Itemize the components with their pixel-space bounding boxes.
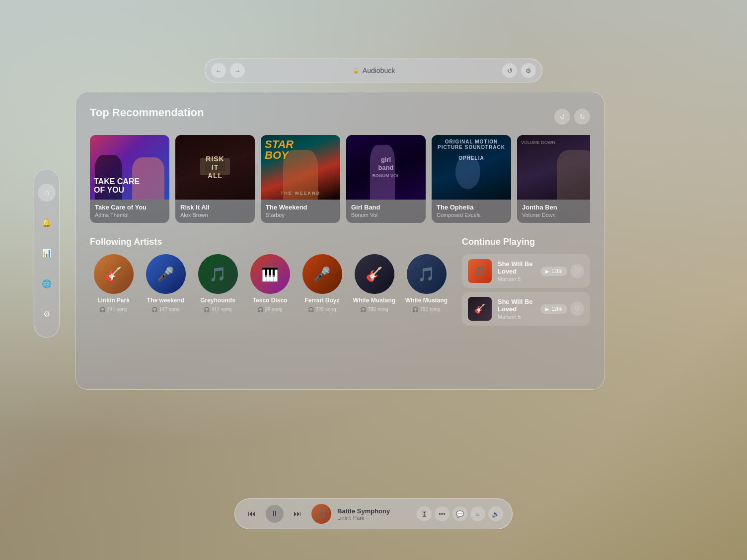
artist-name: Ferrari Boyz (304, 297, 339, 304)
continue-actions: ▶ 120k ♡ (540, 302, 584, 316)
artist-avatar-ferrari: 🎤 (302, 254, 342, 294)
bottom-section: Following Artists 🎸 Linkin Park 🎧 241 so… (90, 237, 590, 330)
following-artists-section: Following Artists 🎸 Linkin Park 🎧 241 so… (90, 237, 450, 330)
artist-name: White Mustang (353, 297, 395, 304)
player-thumbnail: 🎵 (311, 504, 331, 524)
sidebar-item-notifications[interactable]: 🔔 (38, 214, 56, 232)
lyrics-button[interactable]: 💬 (452, 506, 467, 521)
album-card[interactable]: ORIGINAL MOTION PICTURE SOUNDTRACKOPHELI… (432, 135, 511, 223)
continue-actions: ▶ 120k ♡ (540, 264, 584, 278)
artist-avatar-tesco: 🎹 (250, 254, 290, 294)
continue-card: 🎵 She Will Be Loved Maroon 5 ▶ 120k ♡ (462, 254, 590, 288)
album-artist: Composed Excels (437, 212, 506, 218)
album-card[interactable]: VOLUME DOWN Jontha Ben Volume Down (517, 135, 590, 223)
artist-item[interactable]: 🎸 White Mustang 🎧 780 song (351, 254, 398, 312)
album-artist: Bonum Vol (351, 212, 421, 218)
artist-name: The weekend (147, 297, 184, 304)
player-info: Battle Symphony Linkin Park (337, 507, 411, 521)
player-actions: 🎛 ••• 💬 ≡ 🔊 (417, 506, 503, 521)
artist-item[interactable]: 🎸 Linkin Park 🎧 241 song (90, 254, 137, 312)
forward-nav-button[interactable]: ↻ (574, 109, 590, 125)
album-card[interactable]: girlbandBONUM VOL Girl Band Bonum Vol (346, 135, 426, 223)
play-icon: ▶ (545, 306, 549, 312)
pause-button[interactable]: ⏸ (266, 505, 284, 523)
album-art-ophelia: ORIGINAL MOTION PICTURE SOUNDTRACKOPHELI… (432, 135, 511, 200)
artist-item[interactable]: 🎤 The weekend 🎧 147 song (142, 254, 189, 312)
back-nav-button[interactable]: ↺ (554, 109, 570, 125)
album-card[interactable]: STARBOY THE WEEKND The Weekend Starboy (261, 135, 340, 223)
risk-text-overlay: RISK ITALL (206, 155, 224, 180)
url-text: Audiobuck (363, 67, 395, 74)
continue-play-button[interactable]: ▶ 120k (540, 267, 567, 276)
artist-name: Greyhounds (200, 297, 235, 304)
headphone-icon: 🎧 (412, 307, 418, 312)
next-button[interactable]: ⏭ (290, 506, 305, 522)
following-artists-title: Following Artists (90, 237, 450, 247)
continue-play-button[interactable]: ▶ 120k (540, 304, 567, 314)
headphone-icon: 🎧 (308, 307, 314, 312)
starboy-text-overlay: STARBOY (265, 139, 294, 161)
lock-icon: 🔒 (352, 67, 360, 74)
back-button[interactable]: ← (211, 63, 226, 78)
prev-button[interactable]: ⏮ (244, 506, 260, 522)
volume-button[interactable]: 🔊 (488, 506, 503, 521)
album-title: Girl Band (351, 204, 421, 211)
album-title: The Ophelia (437, 204, 506, 211)
artist-item[interactable]: 🎹 Tesco Disco 🎧 29 song (246, 254, 294, 312)
album-info: Jontha Ben Volume Down (517, 200, 590, 223)
album-artist: Adina Thembi (95, 212, 164, 218)
sidebar-item-home[interactable]: ⌂ (38, 184, 56, 202)
settings-button[interactable]: ⚙ (521, 63, 536, 78)
album-info: Risk It All Alex Brown (175, 200, 255, 223)
app-window: Top Recommendation ↺ ↻ Take Careof You T… (75, 92, 604, 390)
play-icon: ▶ (545, 269, 549, 274)
album-art-girlband: girlbandBONUM VOL (346, 135, 426, 200)
continue-heart-button[interactable]: ♡ (570, 302, 584, 316)
artists-row: 🎸 Linkin Park 🎧 241 song 🎤 The weekend 🎧 (90, 254, 450, 312)
player-title: Battle Symphony (337, 507, 411, 515)
sidebar-item-stats[interactable]: 📊 (38, 244, 56, 262)
album-card[interactable]: Take Careof You Take Care of You Adina T… (90, 135, 169, 223)
equalizer-button[interactable]: 🎛 (417, 506, 432, 521)
reload-button[interactable]: ↺ (502, 63, 517, 78)
continue-title: She Will Be Loved (498, 260, 534, 275)
album-info: The Weekend Starboy (261, 200, 340, 223)
continue-artist: Maroon 5 (498, 314, 534, 320)
url-bar[interactable]: 🔒 Audiobuck (249, 67, 498, 74)
album-info: Take Care of You Adina Thembi (90, 200, 169, 223)
top-rec-title: Top Recommendation (90, 106, 204, 119)
artist-avatar-greyhounds: 🎵 (198, 254, 238, 294)
player-bar: ⏮ ⏸ ⏭ 🎵 Battle Symphony Linkin Park 🎛 ••… (234, 498, 513, 529)
artist-songs: 🎧 725 song (308, 307, 336, 312)
continue-playing-title: Continue Playing (462, 237, 590, 247)
forward-button[interactable]: → (230, 63, 245, 78)
artist-name: White Mustang (405, 297, 448, 304)
album-card[interactable]: RISK ITALL Risk It All Alex Brown (175, 135, 255, 223)
artist-avatar-weekend: 🎤 (146, 254, 186, 294)
album-art-risk: RISK ITALL (175, 135, 255, 200)
sidebar-item-settings[interactable]: ⚙ (38, 305, 56, 323)
headphone-icon: 🎧 (360, 307, 366, 312)
sidebar-item-browse[interactable]: 🌐 (38, 275, 56, 292)
artist-avatar-white-mustang-1: 🎸 (355, 254, 394, 294)
artist-item[interactable]: 🎵 White Mustang 🎧 780 song (403, 254, 450, 312)
artist-item[interactable]: 🎤 Ferrari Boyz 🎧 725 song (299, 254, 346, 312)
album-info: Girl Band Bonum Vol (346, 200, 426, 223)
album-artist: Volume Down (522, 212, 590, 218)
queue-button[interactable]: ≡ (470, 506, 485, 521)
albums-row: Take Careof You Take Care of You Adina T… (90, 135, 590, 223)
more-options-button[interactable]: ••• (435, 506, 449, 521)
artist-songs: 🎧 29 song (257, 307, 283, 312)
artist-songs: 🎧 241 song (99, 307, 127, 312)
artist-item[interactable]: 🎵 Greyhounds 🎧 412 song (194, 254, 241, 312)
artist-songs: 🎧 780 song (412, 307, 440, 312)
album-art-starboy: STARBOY THE WEEKND (261, 135, 340, 200)
artist-avatar-white-mustang-2: 🎵 (407, 254, 447, 294)
album-title: Take Care of You (95, 204, 164, 211)
artist-songs: 🎧 780 song (360, 307, 388, 312)
continue-heart-button[interactable]: ♡ (570, 264, 584, 278)
artist-name: Tesco Disco (253, 297, 288, 304)
continue-playing-section: Continue Playing 🎵 She Will Be Loved Mar… (462, 237, 590, 330)
album-info: The Ophelia Composed Excels (432, 200, 511, 223)
header-controls: ↺ ↻ (554, 109, 590, 125)
